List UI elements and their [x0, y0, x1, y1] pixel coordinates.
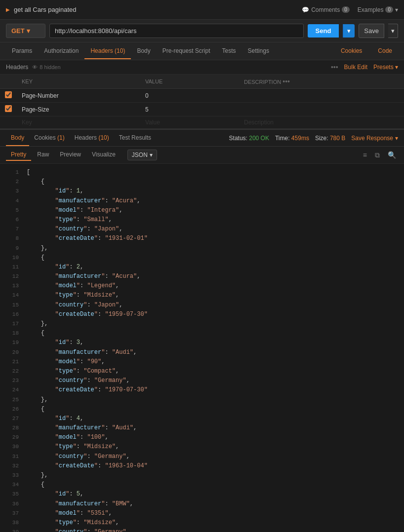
row1-checkbox[interactable]	[5, 91, 12, 98]
expand-icon[interactable]: ▶	[6, 7, 10, 12]
headers-table-head: KEY VALUE DESCRIPTION •••	[0, 75, 404, 89]
json-line: 20 "manufacturer": "Audi",	[0, 348, 404, 357]
body-tab-raw[interactable]: Raw	[32, 149, 54, 161]
tab-authorization[interactable]: Authorization	[38, 43, 84, 59]
examples-label: Examples	[358, 6, 384, 13]
json-line: 34 {	[0, 480, 404, 490]
line-content: "id": 3,	[27, 338, 400, 347]
line-content: "model": "Integra",	[27, 206, 400, 215]
method-selector[interactable]: GET ▾	[6, 24, 45, 38]
table-row	[0, 89, 404, 103]
line-content: "model": "Legend",	[27, 281, 400, 291]
json-line: 14 "type": "Midsize",	[0, 291, 404, 300]
empty-row-value-cell	[140, 116, 239, 129]
row2-desc-input[interactable]	[244, 106, 399, 113]
send-dropdown-button[interactable]: ▾	[343, 24, 355, 38]
line-number: 35	[4, 490, 19, 499]
cookies-link[interactable]: Cookies	[335, 43, 368, 59]
send-button[interactable]: Send	[308, 24, 339, 38]
line-number: 29	[4, 433, 19, 442]
json-line: 19 "id": 3,	[0, 338, 404, 347]
body-tab-pretty[interactable]: Pretty	[6, 149, 31, 161]
empty-row-desc-cell	[239, 116, 404, 129]
format-selector[interactable]: JSON ▾	[127, 150, 157, 160]
row2-value-cell	[140, 103, 239, 116]
line-content: "id": 2,	[27, 263, 400, 272]
line-content: "type": "Midsize",	[27, 291, 400, 300]
description-ellipsis-icon[interactable]: •••	[283, 77, 290, 85]
tab-params[interactable]: Params	[6, 43, 38, 59]
format-chevron-icon: ▾	[150, 152, 153, 158]
format-label: JSON	[132, 152, 148, 158]
line-content: "manufacturer": "BMW",	[27, 499, 400, 509]
row1-key-cell	[17, 89, 140, 103]
line-number: 28	[4, 423, 19, 433]
tab-tests[interactable]: Tests	[216, 43, 242, 59]
line-number: 30	[4, 442, 19, 452]
body-toolbar: Pretty Raw Preview Visualize JSON ▾ ≡ ⧉ …	[0, 147, 404, 164]
empty-row-desc-input[interactable]	[244, 119, 399, 126]
save-response-chevron-icon: ▾	[395, 135, 398, 142]
json-line: 8 "createDate": "1931-02-01"	[0, 234, 404, 243]
json-line: 25 },	[0, 395, 404, 405]
comments-badge: 0	[342, 6, 350, 13]
tab-settings[interactable]: Settings	[242, 43, 275, 59]
empty-row-key-input[interactable]	[22, 119, 135, 126]
tab-prerequest[interactable]: Pre-request Script	[157, 43, 216, 59]
line-number: 21	[4, 357, 19, 367]
line-content: "country": "Japon",	[27, 225, 400, 234]
tab-headers[interactable]: Headers (10)	[84, 43, 131, 59]
row2-value-input[interactable]	[145, 106, 234, 113]
row1-value-input[interactable]	[145, 92, 234, 99]
line-number: 36	[4, 499, 19, 509]
body-viewer-actions: ≡ ⧉ 🔍	[361, 150, 398, 160]
url-input[interactable]	[49, 24, 304, 38]
row2-key-input[interactable]	[22, 106, 135, 113]
line-number: 32	[4, 461, 19, 471]
code-link[interactable]: Code	[372, 43, 398, 59]
json-viewer: 1[2 {3 "id": 1,4 "manufacturer": "Acura"…	[0, 164, 404, 532]
body-tab-visualize[interactable]: Visualize	[87, 149, 121, 161]
row1-key-input[interactable]	[22, 92, 135, 99]
presets-button[interactable]: Presets ▾	[373, 64, 398, 71]
line-content: "type": "Small",	[27, 215, 400, 225]
line-number: 24	[4, 385, 19, 395]
response-tab-test-results[interactable]: Test Results	[114, 130, 156, 146]
headers-label: Headers	[6, 64, 28, 71]
row1-desc-input[interactable]	[244, 92, 399, 99]
save-button[interactable]: Save	[359, 24, 384, 38]
body-tab-preview[interactable]: Preview	[55, 149, 86, 161]
line-number: 27	[4, 414, 19, 423]
json-line: 15 "country": "Japon",	[0, 301, 404, 310]
line-content: },	[27, 244, 400, 253]
row2-checkbox-cell	[0, 103, 17, 116]
save-response-button[interactable]: Save Response ▾	[351, 135, 398, 142]
json-line: 2 {	[0, 177, 404, 187]
examples-button[interactable]: Examples 0 ▾	[358, 6, 398, 13]
copy-button[interactable]: ⧉	[373, 150, 382, 160]
json-line: 33 },	[0, 471, 404, 480]
response-tab-body[interactable]: Body	[6, 130, 29, 146]
json-line: 5 "model": "Integra",	[0, 206, 404, 215]
empty-row-value-input[interactable]	[145, 119, 234, 126]
comments-button[interactable]: 💬 Comments 0	[302, 6, 350, 13]
eye-icon: 👁	[32, 64, 38, 70]
line-content: "id": 5,	[27, 490, 400, 499]
row2-checkbox[interactable]	[5, 105, 12, 112]
save-dropdown-button[interactable]: ▾	[388, 24, 398, 38]
json-line: 1[	[0, 168, 404, 177]
line-content: "id": 1,	[27, 187, 400, 196]
line-number: 9	[4, 244, 19, 253]
wrap-lines-button[interactable]: ≡	[361, 150, 369, 160]
col-value: VALUE	[140, 75, 239, 89]
line-number: 7	[4, 225, 19, 234]
line-number: 31	[4, 452, 19, 461]
json-line: 7 "country": "Japon",	[0, 225, 404, 234]
bulk-edit-button[interactable]: Bulk Edit	[344, 64, 367, 71]
line-number: 33	[4, 471, 19, 480]
tab-body[interactable]: Body	[131, 43, 156, 59]
search-button[interactable]: 🔍	[386, 150, 398, 160]
response-tab-headers[interactable]: Headers (10)	[70, 130, 114, 146]
size-value: 780 B	[330, 135, 345, 142]
response-tab-cookies[interactable]: Cookies (1)	[29, 130, 69, 146]
